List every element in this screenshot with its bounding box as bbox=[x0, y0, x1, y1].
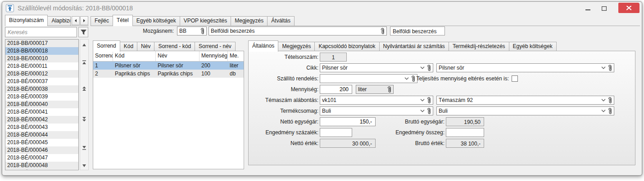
temaszam-name-combo[interactable]: Témaszám 92 bbox=[436, 96, 614, 105]
items-table-header[interactable]: Sorrend Kód Név Mennyiség Me. bbox=[93, 51, 244, 62]
teljesites-checkbox[interactable] bbox=[512, 75, 518, 82]
maximize-icon bbox=[602, 6, 607, 11]
scroll-page-up-icon[interactable] bbox=[82, 86, 87, 91]
list-item[interactable]: 2018-BÉ/000045 bbox=[5, 139, 78, 146]
list-item[interactable]: 2018-BB/000018 bbox=[5, 47, 78, 55]
minimize-button[interactable] bbox=[582, 4, 593, 13]
items-table-body: 1Pilsner sörPilsner sör200liter2Paprikás… bbox=[93, 62, 244, 78]
temaszam-label: Témaszám alábontás: bbox=[249, 96, 318, 105]
termekcsomag-combo[interactable]: Buli bbox=[320, 106, 433, 115]
list-item[interactable]: 2018-BÉ/000041 bbox=[5, 108, 78, 116]
cikk-name-combo[interactable]: Pilsner sör bbox=[436, 63, 614, 72]
list-item[interactable]: 2018-BÉ/000048 bbox=[5, 162, 78, 169]
search-input[interactable] bbox=[5, 27, 77, 37]
column-header-nev[interactable]: Név bbox=[156, 51, 200, 61]
tab-kapcsolodo-bizonylatok[interactable]: Kapcsolódó bizonylatok bbox=[314, 42, 379, 51]
list-item[interactable]: 2018-BE/000012 bbox=[5, 70, 78, 78]
table-cell: db bbox=[228, 70, 244, 78]
tab-bizonylatszam[interactable]: Bizonylatszám bbox=[5, 15, 48, 26]
list-item[interactable]: 2018-BÉ/000038 bbox=[5, 85, 78, 93]
paperclip-icon[interactable] bbox=[200, 28, 205, 35]
filter-button[interactable] bbox=[78, 27, 88, 37]
movement-name-field[interactable]: Belföldi beszerzés bbox=[209, 26, 387, 35]
list-item[interactable]: 2018-BB/000017 bbox=[5, 40, 78, 47]
list-item[interactable]: 2018-BÉ/000039 bbox=[5, 93, 78, 101]
column-header-mennyiseg[interactable]: Mennyiség bbox=[200, 51, 228, 61]
close-button[interactable] bbox=[618, 3, 639, 13]
paperclip-icon[interactable] bbox=[608, 65, 612, 71]
tab-sorrend-nev[interactable]: Sorrend - név bbox=[195, 42, 236, 51]
list-item[interactable]: 2018-BÉ/000037 bbox=[5, 78, 78, 85]
tab-detail-megjegyzes[interactable]: Megjegyzés bbox=[278, 42, 315, 51]
tab-detail-egyeb-koltsegek[interactable]: Egyéb költségek bbox=[509, 42, 557, 51]
document-list[interactable]: 2018-BB/0000172018-BB/0000182018-BE/0000… bbox=[5, 39, 79, 170]
chevron-down-icon[interactable] bbox=[601, 99, 606, 102]
chevron-down-icon[interactable] bbox=[420, 99, 425, 102]
list-item[interactable]: 2018-BE/000010 bbox=[5, 55, 78, 62]
tab-alapbizonylat[interactable]: Alapbizonylat bbox=[47, 16, 71, 26]
tab-fejlec[interactable]: Fejléc bbox=[91, 16, 113, 26]
table-row[interactable]: 1Pilsner sörPilsner sör200liter bbox=[93, 62, 244, 70]
netto-egysegar-field[interactable] bbox=[320, 117, 376, 126]
mennyiseg-label: Mennyiség: bbox=[249, 85, 318, 94]
tab-nyilvantartasi-ar[interactable]: Nyilvántartási ár számítás bbox=[379, 42, 449, 51]
tab-nev[interactable]: Név bbox=[137, 42, 154, 51]
paperclip-icon[interactable] bbox=[608, 108, 612, 115]
tab-scroll-right-button[interactable] bbox=[80, 16, 88, 25]
tab-atvaltas[interactable]: Átváltás bbox=[267, 16, 295, 26]
tab-sorrend-kod[interactable]: Sorrend - kód bbox=[154, 42, 195, 51]
maximize-button[interactable] bbox=[599, 4, 609, 13]
scroll-to-bottom-icon[interactable] bbox=[82, 145, 87, 150]
chevron-down-icon[interactable] bbox=[420, 110, 425, 112]
mennyiseg-field[interactable] bbox=[320, 85, 352, 94]
column-header-kod[interactable]: Kód bbox=[113, 51, 156, 61]
movement-code-value: BB bbox=[179, 28, 198, 34]
paperclip-icon[interactable] bbox=[608, 97, 612, 104]
termekcsomag-name-value: Buli bbox=[439, 108, 599, 114]
list-item[interactable]: 2018-BÉ/000049 bbox=[5, 169, 78, 170]
termekcsomag-name-combo[interactable]: Buli bbox=[436, 106, 614, 115]
tab-termekdij-reszletezes[interactable]: Termékdíj-részletezés bbox=[449, 42, 509, 51]
paperclip-icon[interactable] bbox=[426, 97, 431, 104]
chevron-down-icon[interactable] bbox=[420, 66, 425, 69]
tab-egyeb-koltsegek[interactable]: Egyéb költségek bbox=[132, 16, 180, 26]
netto-ertek-label: Nettó érték: bbox=[249, 139, 318, 148]
movement-code-field[interactable]: BB bbox=[177, 26, 207, 35]
scroll-page-down-icon[interactable] bbox=[82, 116, 87, 122]
list-scroll-strip[interactable] bbox=[80, 39, 89, 170]
temaszam-combo[interactable]: vk101 bbox=[320, 96, 433, 105]
termekcsomag-label: Termékcsomag: bbox=[249, 106, 318, 115]
list-item[interactable]: 2018-BE/000011 bbox=[5, 62, 78, 70]
list-item[interactable]: 2018-BÉ/000043 bbox=[5, 124, 78, 131]
column-header-sorrend[interactable]: Sorrend bbox=[93, 51, 113, 61]
list-item[interactable]: 2018-BÉ/000044 bbox=[5, 131, 78, 139]
list-item[interactable]: 2018-BÉ/000047 bbox=[5, 154, 78, 162]
engedmeny-szazalek-field[interactable] bbox=[320, 128, 352, 137]
tab-altalanos[interactable]: Általános bbox=[248, 40, 278, 52]
tab-kod[interactable]: Kód bbox=[120, 42, 137, 51]
list-item[interactable]: 2018-BÉ/000042 bbox=[5, 116, 78, 124]
list-item[interactable]: 2018-BÉ/000046 bbox=[5, 146, 78, 154]
scroll-to-top-icon[interactable] bbox=[82, 60, 87, 65]
arrow-left-icon bbox=[74, 19, 77, 22]
tab-tetel[interactable]: Tétel bbox=[113, 15, 133, 26]
paperclip-icon[interactable] bbox=[426, 108, 431, 115]
chevron-down-icon[interactable] bbox=[601, 110, 606, 112]
cikk-combo[interactable]: Pilsner sör bbox=[320, 63, 433, 72]
paperclip-icon[interactable] bbox=[380, 28, 385, 35]
engedmeny-osszeg-field[interactable] bbox=[446, 128, 484, 137]
scroll-up-icon[interactable] bbox=[82, 42, 87, 48]
tab-megjegyzes[interactable]: Megjegyzés bbox=[231, 16, 268, 26]
paperclip-icon[interactable] bbox=[387, 86, 392, 93]
column-header-me[interactable]: Me. bbox=[228, 51, 244, 61]
chevron-down-icon[interactable] bbox=[601, 66, 606, 69]
title-bar[interactable]: Szállítólevél módosítás: 2018-BB/000018 bbox=[2, 2, 642, 14]
tab-scroll-left-button[interactable] bbox=[72, 16, 80, 25]
table-row[interactable]: 2Paprikás chipsPaprikás chips100db bbox=[93, 70, 244, 78]
cikk-value: Pilsner sör bbox=[322, 65, 418, 71]
scroll-down-icon[interactable] bbox=[82, 163, 87, 168]
tab-sorrend[interactable]: Sorrend bbox=[93, 40, 120, 52]
list-item[interactable]: 2018-BÉ/000040 bbox=[5, 101, 78, 108]
tab-vpop-kiegeszites[interactable]: VPOP kiegészítés bbox=[180, 16, 231, 26]
paperclip-icon[interactable] bbox=[426, 65, 431, 71]
